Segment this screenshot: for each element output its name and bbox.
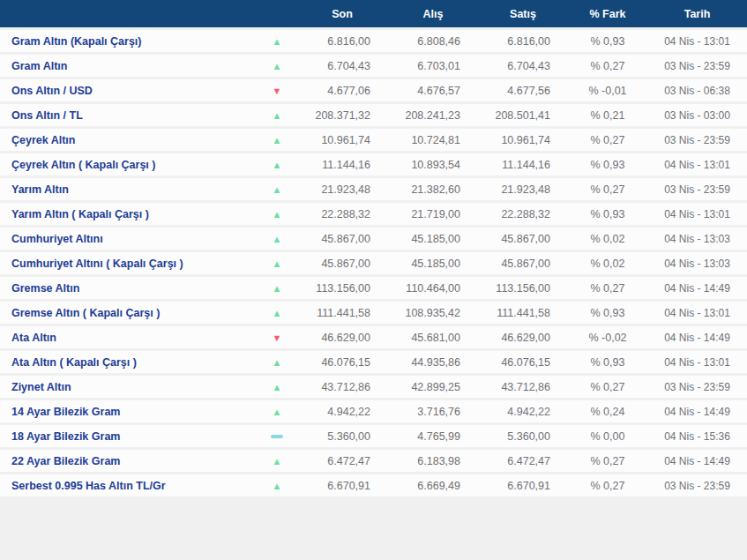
update-time: 03 Nis - 03:00	[647, 104, 747, 129]
table-row[interactable]: Ata Altın ▼ 46.629,00 45.681,00 46.629,0…	[0, 326, 747, 351]
price-table-body: Gram Altın (Kapalı Çarşı) ▲ 6.816,00 6.8…	[0, 30, 747, 499]
instrument-name-link[interactable]: Yarım Altın	[0, 178, 258, 203]
sell-price: 45.867,00	[478, 252, 568, 277]
instrument-name-link[interactable]: Ata Altın	[0, 326, 258, 351]
up-triangle-icon: ▲	[273, 357, 282, 368]
trend-indicator: ▲	[258, 129, 296, 153]
change-percent: % 0,93	[568, 302, 647, 326]
update-time: 04 Nis - 14:49	[647, 400, 747, 425]
trend-indicator: ▲	[258, 400, 296, 425]
table-row[interactable]: Cumhuriyet Altını ▲ 45.867,00 45.185,00 …	[0, 228, 747, 252]
buy-price: 4.765,99	[388, 425, 478, 450]
trend-indicator: ▲	[258, 30, 296, 55]
update-time: 03 Nis - 23:59	[647, 178, 747, 203]
last-price: 45.867,00	[296, 252, 388, 277]
buy-price: 208.241,23	[388, 104, 478, 129]
header-instrument	[0, 0, 258, 30]
trend-indicator: ▲	[258, 178, 296, 203]
instrument-name-link[interactable]: Serbest 0.995 Has Altın TL/Gr	[0, 474, 258, 499]
up-triangle-icon: ▲	[273, 407, 282, 417]
header-tarih: Tarih	[647, 0, 747, 30]
table-row[interactable]: Ata Altın ( Kapalı Çarşı ) ▲ 46.076,15 4…	[0, 351, 747, 376]
table-row[interactable]: Gram Altın ▲ 6.704,43 6.703,01 6.704,43 …	[0, 55, 747, 79]
change-percent: % 0,27	[568, 376, 647, 400]
update-time: 03 Nis - 06:38	[647, 79, 747, 104]
last-price: 4.942,22	[296, 400, 388, 425]
instrument-name-link[interactable]: Çeyrek Altın	[0, 129, 258, 153]
buy-price: 10.724,81	[388, 129, 478, 153]
sell-price: 21.923,48	[478, 178, 568, 203]
sell-price: 43.712,86	[478, 376, 568, 400]
instrument-name-link[interactable]: Gremse Altın	[0, 277, 258, 302]
up-triangle-icon: ▲	[273, 160, 282, 170]
header-indicator	[258, 0, 296, 30]
update-time: 03 Nis - 23:59	[647, 55, 747, 79]
update-time: 04 Nis - 13:03	[647, 228, 747, 252]
change-percent: % 0,00	[568, 425, 647, 450]
trend-indicator: ▲	[258, 153, 296, 178]
buy-price: 45.185,00	[388, 252, 478, 277]
up-triangle-icon: ▲	[273, 135, 282, 146]
instrument-name-link[interactable]: Ons Altın / TL	[0, 104, 258, 129]
table-row[interactable]: Cumhuriyet Altını ( Kapalı Çarşı ) ▲ 45.…	[0, 252, 747, 277]
update-time: 04 Nis - 14:49	[647, 450, 747, 474]
buy-price: 110.464,00	[388, 277, 478, 302]
last-price: 10.961,74	[296, 129, 388, 153]
instrument-name-link[interactable]: Gram Altın (Kapalı Çarşı)	[0, 30, 258, 55]
table-row[interactable]: Yarım Altın ( Kapalı Çarşı ) ▲ 22.288,32…	[0, 203, 747, 228]
trend-indicator: ▲	[258, 252, 296, 277]
sell-price: 6.472,47	[478, 450, 568, 474]
table-row[interactable]: Gremse Altın ▲ 113.156,00 110.464,00 113…	[0, 277, 747, 302]
instrument-name-link[interactable]: Ziynet Altın	[0, 376, 258, 400]
sell-price: 4.677,56	[478, 79, 568, 104]
instrument-name-link[interactable]: Cumhuriyet Altını ( Kapalı Çarşı )	[0, 252, 258, 277]
table-row[interactable]: Çeyrek Altın ▲ 10.961,74 10.724,81 10.96…	[0, 129, 747, 153]
update-time: 03 Nis - 23:59	[647, 474, 747, 499]
trend-indicator: ▲	[258, 351, 296, 376]
buy-price: 6.808,46	[388, 30, 478, 55]
table-row[interactable]: Serbest 0.995 Has Altın TL/Gr ▲ 6.670,91…	[0, 474, 747, 499]
last-price: 6.816,00	[296, 30, 388, 55]
buy-price: 45.681,00	[388, 326, 478, 351]
update-time: 04 Nis - 13:01	[647, 351, 747, 376]
instrument-name-link[interactable]: 22 Ayar Bilezik Gram	[0, 450, 258, 474]
up-triangle-icon: ▲	[273, 456, 282, 467]
sell-price: 11.144,16	[478, 153, 568, 178]
sell-price: 6.670,91	[478, 474, 568, 499]
instrument-name-link[interactable]: 14 Ayar Bilezik Gram	[0, 400, 258, 425]
instrument-name-link[interactable]: Gremse Altın ( Kapalı Çarşı )	[0, 302, 258, 326]
sell-price: 113.156,00	[478, 277, 568, 302]
sell-price: 10.961,74	[478, 129, 568, 153]
table-row[interactable]: Ziynet Altın ▲ 43.712,86 42.899,25 43.71…	[0, 376, 747, 400]
table-row[interactable]: Yarım Altın ▲ 21.923,48 21.382,60 21.923…	[0, 178, 747, 203]
table-row[interactable]: 22 Ayar Bilezik Gram ▲ 6.472,47 6.183,98…	[0, 450, 747, 474]
update-time: 04 Nis - 14:49	[647, 277, 747, 302]
update-time: 03 Nis - 23:59	[647, 129, 747, 153]
instrument-name-link[interactable]: 18 Ayar Bilezik Gram	[0, 425, 258, 450]
instrument-name-link[interactable]: Cumhuriyet Altını	[0, 228, 258, 252]
header-fark: % Fark	[568, 0, 647, 30]
table-row[interactable]: Çeyrek Altın ( Kapalı Çarşı ) ▲ 11.144,1…	[0, 153, 747, 178]
instrument-name-link[interactable]: Gram Altın	[0, 55, 258, 79]
buy-price: 21.719,00	[388, 203, 478, 228]
table-row[interactable]: Ons Altın / TL ▲ 208.371,32 208.241,23 2…	[0, 104, 747, 129]
table-row[interactable]: Gram Altın (Kapalı Çarşı) ▲ 6.816,00 6.8…	[0, 30, 747, 55]
table-row[interactable]: 18 Ayar Bilezik Gram 5.360,00 4.765,99 5…	[0, 425, 747, 450]
instrument-name-link[interactable]: Ons Altın / USD	[0, 79, 258, 104]
up-triangle-icon: ▲	[273, 36, 282, 47]
buy-price: 4.676,57	[388, 79, 478, 104]
update-time: 04 Nis - 13:01	[647, 203, 747, 228]
table-row[interactable]: Gremse Altın ( Kapalı Çarşı ) ▲ 111.441,…	[0, 302, 747, 326]
instrument-name-link[interactable]: Ata Altın ( Kapalı Çarşı )	[0, 351, 258, 376]
instrument-name-link[interactable]: Yarım Altın ( Kapalı Çarşı )	[0, 203, 258, 228]
up-triangle-icon: ▲	[273, 258, 282, 269]
sell-price: 5.360,00	[478, 425, 568, 450]
change-percent: % 0,27	[568, 55, 647, 79]
instrument-name-link[interactable]: Çeyrek Altın ( Kapalı Çarşı )	[0, 153, 258, 178]
up-triangle-icon: ▲	[273, 184, 282, 195]
trend-indicator	[258, 425, 296, 450]
trend-indicator: ▲	[258, 302, 296, 326]
table-row[interactable]: Ons Altın / USD ▼ 4.677,06 4.676,57 4.67…	[0, 79, 747, 104]
change-percent: % 0,27	[568, 450, 647, 474]
table-row[interactable]: 14 Ayar Bilezik Gram ▲ 4.942,22 3.716,76…	[0, 400, 747, 425]
